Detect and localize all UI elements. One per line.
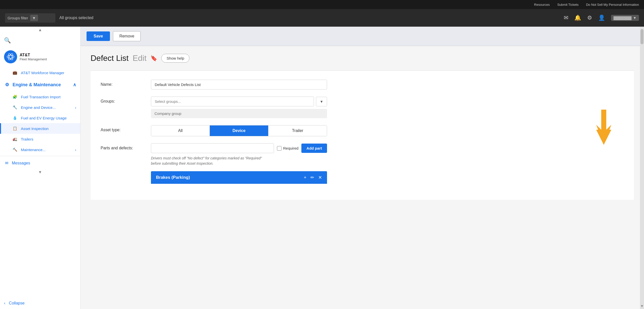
scroll-arrow-down-icon[interactable]: ▼ bbox=[639, 303, 644, 309]
save-button[interactable]: Save bbox=[87, 31, 110, 41]
att-logo-icon bbox=[7, 53, 15, 61]
sidebar-item-trailers[interactable]: 🚛 Trailers bbox=[0, 134, 80, 144]
sidebar-scroll-top: ▲ bbox=[0, 27, 80, 33]
sidebar-item-workforce-manager[interactable]: 💼 AT&T Workforce Manager bbox=[0, 67, 80, 78]
engine-device-label: Engine and Device... bbox=[21, 105, 56, 110]
sidebar-search-row: 🔍 bbox=[0, 33, 80, 48]
name-input[interactable] bbox=[151, 80, 327, 90]
name-label: Name: bbox=[101, 80, 146, 87]
user-icon-button[interactable]: 👤 bbox=[598, 15, 605, 21]
name-control-area bbox=[151, 80, 327, 90]
parts-label: Parts and defects: bbox=[101, 143, 146, 150]
sidebar-divider bbox=[0, 156, 80, 156]
content-area: Save Remove Defect List Edit 🔖 Show help… bbox=[80, 27, 644, 309]
add-part-button[interactable]: Add part bbox=[301, 144, 327, 153]
engine-icon: ⚙ bbox=[5, 82, 9, 87]
sidebar-item-fuel-transaction[interactable]: 🧩 Fuel Transaction Import bbox=[0, 92, 80, 102]
groups-select-input[interactable] bbox=[151, 97, 314, 106]
submit-tickets-link[interactable]: Submit Tickets bbox=[557, 3, 579, 7]
sidebar-item-maintenance[interactable]: 🔨 Maintenance... › bbox=[0, 144, 80, 155]
engine-collapse-icon[interactable]: ∧ bbox=[73, 82, 76, 87]
remove-button[interactable]: Remove bbox=[113, 31, 141, 41]
sidebar-collapse-button[interactable]: ‹ Collapse bbox=[0, 297, 80, 309]
asset-type-device-button[interactable]: Device bbox=[210, 125, 268, 136]
brand-name: AT&T bbox=[20, 53, 47, 57]
gear-icon-button[interactable]: ⚙ bbox=[587, 15, 592, 21]
bookmark-icon: 🔖 bbox=[150, 55, 157, 62]
groups-filter-bar: Groups filter ▼ All groups selected ✉ 🔔 … bbox=[0, 9, 644, 27]
sidebar-scroll-bottom: ▼ bbox=[0, 169, 80, 175]
sidebar-item-engine-device[interactable]: 🔧 Engine and Device... › bbox=[0, 102, 80, 113]
user-chevron-icon: ▼ bbox=[633, 16, 636, 20]
content-scrollbar: ▲ ▼ bbox=[640, 27, 644, 309]
top-nav-bar: Resources Submit Tickets Do Not Sell My … bbox=[0, 0, 644, 9]
brakes-edit-button[interactable]: ✏ bbox=[310, 175, 314, 180]
asset-type-label: Asset type: bbox=[101, 125, 146, 132]
engine-label: Engine & Maintenance bbox=[13, 82, 61, 87]
maintenance-arrow-icon: › bbox=[75, 148, 76, 152]
show-help-button[interactable]: Show help bbox=[161, 54, 189, 63]
user-label: ▓▓▓▓▓▓▓ bbox=[614, 16, 631, 20]
search-icon[interactable]: 🔍 bbox=[4, 37, 11, 44]
brakes-part-header: Brakes (Parking) + ✏ ✕ bbox=[151, 171, 327, 184]
asset-type-all-button[interactable]: All bbox=[151, 125, 210, 136]
groups-filter-label: Groups filter bbox=[8, 16, 28, 20]
sidebar-item-asset-inspection[interactable]: 📋 Asset Inspection bbox=[0, 123, 80, 134]
fuel-transaction-icon: 🧩 bbox=[13, 95, 17, 99]
logo-circle bbox=[4, 50, 17, 63]
sidebar-item-fuel-ev[interactable]: 💧 Fuel and EV Energy Usage bbox=[0, 113, 80, 123]
groups-filter-select[interactable]: Groups filter ▼ bbox=[5, 13, 55, 23]
brakes-part-actions: + ✏ ✕ bbox=[304, 175, 322, 180]
trailers-icon: 🚛 bbox=[13, 137, 17, 141]
asset-type-trailer-button[interactable]: Trailer bbox=[268, 125, 327, 136]
groups-selected-text: All groups selected bbox=[59, 16, 93, 20]
brakes-delete-button[interactable]: ✕ bbox=[318, 175, 322, 180]
trailers-label: Trailers bbox=[21, 137, 33, 141]
collapse-chevron-icon: ‹ bbox=[4, 301, 5, 305]
parts-input[interactable] bbox=[151, 143, 274, 153]
page-title-edit: Edit bbox=[133, 54, 146, 63]
groups-label: Groups: bbox=[101, 97, 146, 104]
groups-control-area: ▼ Company group bbox=[151, 97, 327, 118]
scroll-thumb[interactable] bbox=[640, 29, 643, 44]
helper-text: Drivers must check off "No defect" for c… bbox=[151, 156, 327, 166]
parts-row: Required Add part bbox=[151, 143, 327, 153]
fuel-ev-icon: 💧 bbox=[13, 116, 17, 120]
form-row-parts: Parts and defects: Required Add part Dri… bbox=[101, 143, 624, 184]
sidebar-section-engine[interactable]: ⚙ Engine & Maintenance ∧ bbox=[0, 78, 80, 92]
brand-sub: Fleet Management bbox=[20, 57, 47, 61]
sidebar-item-messages[interactable]: ✉ Messages bbox=[0, 157, 80, 169]
resources-link[interactable]: Resources bbox=[534, 3, 550, 7]
required-text: Required bbox=[283, 146, 298, 150]
content-toolbar: Save Remove bbox=[80, 27, 644, 46]
workforce-icon: 💼 bbox=[13, 70, 17, 75]
page-header: Defect List Edit 🔖 Show help bbox=[91, 54, 634, 63]
main-layout: ▲ 🔍 AT&T Fleet Management 💼 AT&T Workfor… bbox=[0, 27, 644, 309]
fuel-transaction-label: Fuel Transaction Import bbox=[21, 95, 61, 99]
user-dropdown-button[interactable]: ▓▓▓▓▓▓▓ ▼ bbox=[611, 15, 639, 21]
workforce-label: AT&T Workforce Manager bbox=[21, 71, 64, 75]
asset-type-control-area: All Device Trailer bbox=[151, 125, 327, 136]
maintenance-label: Maintenance... bbox=[21, 148, 46, 152]
brakes-add-button[interactable]: + bbox=[304, 175, 306, 180]
bell-icon-button[interactable]: 🔔 bbox=[574, 15, 581, 21]
sidebar-logo-text: AT&T Fleet Management bbox=[20, 53, 47, 61]
do-not-sell-link[interactable]: Do Not Sell My Personal Information bbox=[586, 3, 639, 7]
mail-icon-button[interactable]: ✉ bbox=[564, 15, 568, 21]
engine-device-icon: 🔧 bbox=[13, 105, 17, 110]
parts-control-area: Required Add part Drivers must check off… bbox=[151, 143, 327, 184]
sidebar: ▲ 🔍 AT&T Fleet Management 💼 AT&T Workfor… bbox=[0, 27, 80, 309]
sidebar-logo: AT&T Fleet Management bbox=[0, 48, 80, 67]
asset-inspection-icon: 📋 bbox=[13, 126, 17, 131]
asset-inspection-label: Asset Inspection bbox=[21, 126, 49, 131]
groups-filter-arrow[interactable]: ▼ bbox=[30, 15, 38, 21]
required-checkbox[interactable] bbox=[277, 146, 281, 151]
page-title: Defect List bbox=[91, 54, 129, 63]
required-label: Required bbox=[277, 146, 298, 151]
form-row-name: Name: bbox=[101, 80, 624, 90]
form-section: Name: Groups: ▼ Company group bbox=[91, 70, 634, 200]
form-row-asset-type: Asset type: All Device Trailer bbox=[101, 125, 624, 136]
fuel-ev-label: Fuel and EV Energy Usage bbox=[21, 116, 67, 120]
groups-dropdown-arrow-button[interactable]: ▼ bbox=[316, 97, 327, 106]
collapse-label: Collapse bbox=[9, 301, 24, 305]
